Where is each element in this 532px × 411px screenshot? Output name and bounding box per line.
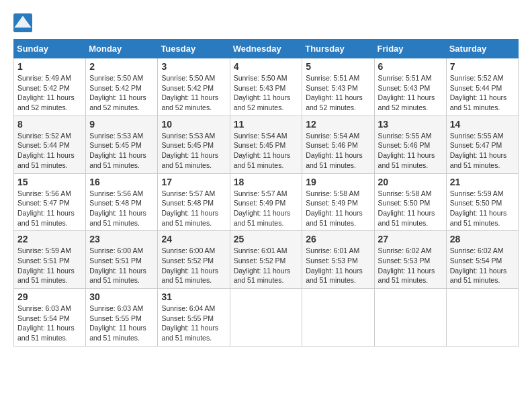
day-number: 21 (450, 177, 515, 187)
day-info: Sunrise: 6:01 AM Sunset: 5:52 PM Dayligh… (234, 246, 299, 285)
day-number: 27 (378, 234, 443, 244)
day-info: Sunrise: 6:01 AM Sunset: 5:53 PM Dayligh… (306, 246, 370, 285)
logo-icon (13, 13, 32, 32)
calendar-cell: 16 Sunrise: 5:56 AM Sunset: 5:48 PM Dayl… (86, 173, 158, 231)
calendar-cell: 20 Sunrise: 5:58 AM Sunset: 5:50 PM Dayl… (374, 173, 446, 231)
day-info: Sunrise: 5:56 AM Sunset: 5:47 PM Dayligh… (17, 189, 82, 228)
day-info: Sunrise: 5:54 AM Sunset: 5:46 PM Dayligh… (306, 131, 370, 171)
day-header-saturday: Saturday (446, 40, 518, 58)
day-header-wednesday: Wednesday (230, 40, 302, 58)
calendar-cell: 22 Sunrise: 5:59 AM Sunset: 5:51 PM Dayl… (14, 231, 86, 289)
day-number: 29 (17, 291, 82, 302)
day-info: Sunrise: 6:02 AM Sunset: 5:53 PM Dayligh… (378, 246, 443, 285)
day-info: Sunrise: 5:51 AM Sunset: 5:43 PM Dayligh… (306, 73, 370, 113)
day-info: Sunrise: 5:52 AM Sunset: 5:44 PM Dayligh… (17, 131, 82, 171)
day-number: 6 (378, 61, 443, 72)
day-number: 22 (17, 234, 82, 244)
calendar-week-5: 29 Sunrise: 6:03 AM Sunset: 5:54 PM Dayl… (14, 289, 519, 347)
day-number: 18 (234, 177, 299, 187)
day-number: 30 (89, 291, 154, 302)
calendar-cell (446, 289, 518, 347)
day-info: Sunrise: 6:00 AM Sunset: 5:51 PM Dayligh… (89, 246, 154, 285)
day-header-friday: Friday (374, 40, 446, 58)
calendar-week-2: 8 Sunrise: 5:52 AM Sunset: 5:44 PM Dayli… (14, 116, 519, 173)
calendar-week-4: 22 Sunrise: 5:59 AM Sunset: 5:51 PM Dayl… (14, 231, 519, 289)
day-info: Sunrise: 5:51 AM Sunset: 5:43 PM Dayligh… (378, 73, 443, 113)
calendar-body: 1 Sunrise: 5:49 AM Sunset: 5:42 PM Dayli… (14, 58, 519, 347)
calendar-cell: 14 Sunrise: 5:55 AM Sunset: 5:47 PM Dayl… (446, 116, 518, 173)
day-number: 25 (234, 234, 299, 244)
calendar-cell: 4 Sunrise: 5:50 AM Sunset: 5:43 PM Dayli… (230, 58, 302, 116)
day-number: 16 (89, 177, 154, 187)
day-number: 7 (450, 61, 515, 72)
day-number: 9 (89, 119, 154, 130)
day-info: Sunrise: 5:58 AM Sunset: 5:50 PM Dayligh… (378, 189, 443, 228)
calendar-cell: 2 Sunrise: 5:50 AM Sunset: 5:42 PM Dayli… (86, 58, 158, 116)
day-info: Sunrise: 5:50 AM Sunset: 5:42 PM Dayligh… (161, 73, 226, 113)
calendar-cell: 13 Sunrise: 5:55 AM Sunset: 5:46 PM Dayl… (374, 116, 446, 173)
calendar-week-1: 1 Sunrise: 5:49 AM Sunset: 5:42 PM Dayli… (14, 58, 519, 116)
day-number: 15 (17, 177, 82, 187)
day-number: 26 (306, 234, 370, 244)
day-header-sunday: Sunday (14, 40, 86, 58)
day-info: Sunrise: 5:52 AM Sunset: 5:44 PM Dayligh… (450, 73, 515, 113)
day-number: 3 (161, 61, 226, 72)
calendar-cell: 27 Sunrise: 6:02 AM Sunset: 5:53 PM Dayl… (374, 231, 446, 289)
day-number: 2 (89, 61, 154, 72)
day-number: 11 (234, 119, 299, 130)
day-header-tuesday: Tuesday (158, 40, 230, 58)
calendar-cell: 8 Sunrise: 5:52 AM Sunset: 5:44 PM Dayli… (14, 116, 86, 173)
day-info: Sunrise: 6:03 AM Sunset: 5:55 PM Dayligh… (89, 304, 154, 343)
day-number: 28 (450, 234, 515, 244)
calendar-cell (374, 289, 446, 347)
day-info: Sunrise: 5:53 AM Sunset: 5:45 PM Dayligh… (161, 131, 226, 171)
day-number: 1 (17, 61, 82, 72)
calendar-cell: 21 Sunrise: 5:59 AM Sunset: 5:50 PM Dayl… (446, 173, 518, 231)
day-info: Sunrise: 5:53 AM Sunset: 5:45 PM Dayligh… (89, 131, 154, 171)
calendar-cell: 19 Sunrise: 5:58 AM Sunset: 5:49 PM Dayl… (302, 173, 374, 231)
page-header (13, 13, 519, 32)
calendar-cell: 1 Sunrise: 5:49 AM Sunset: 5:42 PM Dayli… (14, 58, 86, 116)
calendar-cell: 17 Sunrise: 5:57 AM Sunset: 5:48 PM Dayl… (158, 173, 230, 231)
calendar: SundayMondayTuesdayWednesdayThursdayFrid… (13, 39, 519, 347)
day-info: Sunrise: 5:57 AM Sunset: 5:48 PM Dayligh… (161, 189, 226, 228)
calendar-cell: 10 Sunrise: 5:53 AM Sunset: 5:45 PM Dayl… (158, 116, 230, 173)
calendar-cell: 7 Sunrise: 5:52 AM Sunset: 5:44 PM Dayli… (446, 58, 518, 116)
day-info: Sunrise: 5:50 AM Sunset: 5:43 PM Dayligh… (234, 73, 299, 113)
calendar-cell: 26 Sunrise: 6:01 AM Sunset: 5:53 PM Dayl… (302, 231, 374, 289)
day-header-thursday: Thursday (302, 40, 374, 58)
calendar-cell (302, 289, 374, 347)
day-number: 13 (378, 119, 443, 130)
day-info: Sunrise: 5:55 AM Sunset: 5:46 PM Dayligh… (378, 131, 443, 171)
day-info: Sunrise: 5:56 AM Sunset: 5:48 PM Dayligh… (89, 189, 154, 228)
day-info: Sunrise: 5:57 AM Sunset: 5:49 PM Dayligh… (234, 189, 299, 228)
day-number: 14 (450, 119, 515, 130)
day-number: 8 (17, 119, 82, 130)
day-info: Sunrise: 5:55 AM Sunset: 5:47 PM Dayligh… (450, 131, 515, 171)
calendar-cell: 28 Sunrise: 6:02 AM Sunset: 5:54 PM Dayl… (446, 231, 518, 289)
day-info: Sunrise: 5:59 AM Sunset: 5:51 PM Dayligh… (17, 246, 82, 285)
day-number: 10 (161, 119, 226, 130)
day-number: 19 (306, 177, 370, 187)
calendar-cell: 12 Sunrise: 5:54 AM Sunset: 5:46 PM Dayl… (302, 116, 374, 173)
day-number: 4 (234, 61, 299, 72)
calendar-cell: 24 Sunrise: 6:00 AM Sunset: 5:52 PM Dayl… (158, 231, 230, 289)
day-info: Sunrise: 6:02 AM Sunset: 5:54 PM Dayligh… (450, 246, 515, 285)
day-info: Sunrise: 5:49 AM Sunset: 5:42 PM Dayligh… (17, 73, 82, 113)
calendar-cell: 31 Sunrise: 6:04 AM Sunset: 5:55 PM Dayl… (158, 289, 230, 347)
day-info: Sunrise: 5:58 AM Sunset: 5:49 PM Dayligh… (306, 189, 370, 228)
calendar-cell: 18 Sunrise: 5:57 AM Sunset: 5:49 PM Dayl… (230, 173, 302, 231)
calendar-cell: 9 Sunrise: 5:53 AM Sunset: 5:45 PM Dayli… (86, 116, 158, 173)
calendar-cell: 25 Sunrise: 6:01 AM Sunset: 5:52 PM Dayl… (230, 231, 302, 289)
day-number: 12 (306, 119, 370, 130)
day-info: Sunrise: 5:59 AM Sunset: 5:50 PM Dayligh… (450, 189, 515, 228)
calendar-cell: 5 Sunrise: 5:51 AM Sunset: 5:43 PM Dayli… (302, 58, 374, 116)
day-number: 20 (378, 177, 443, 187)
calendar-header: SundayMondayTuesdayWednesdayThursdayFrid… (14, 40, 519, 58)
calendar-cell: 23 Sunrise: 6:00 AM Sunset: 5:51 PM Dayl… (86, 231, 158, 289)
day-info: Sunrise: 6:03 AM Sunset: 5:54 PM Dayligh… (17, 304, 82, 343)
calendar-week-3: 15 Sunrise: 5:56 AM Sunset: 5:47 PM Dayl… (14, 173, 519, 231)
day-number: 5 (306, 61, 370, 72)
day-number: 31 (161, 291, 226, 302)
calendar-cell (230, 289, 302, 347)
